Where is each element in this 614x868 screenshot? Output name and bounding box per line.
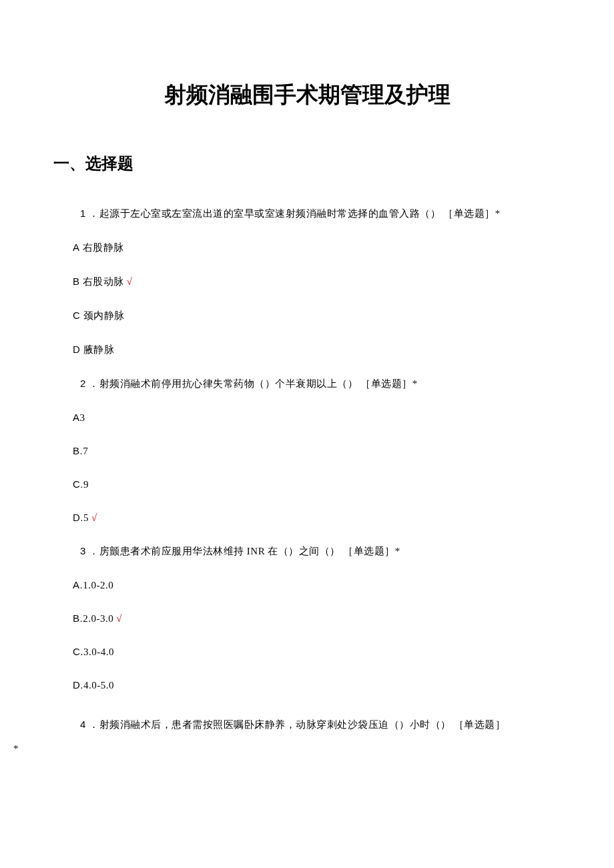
option: D.4.0-5.0 [73,679,561,691]
question-stem: 3 ．房颤患者术前应服用华法林维持 INR 在（）之间（） ［单选题］* [80,545,561,558]
option: A3 [73,412,561,424]
question-text: ．起源于左心室或左室流出道的室早或室速射频消融时常选择的血管入路（） ［单选题］… [89,208,501,219]
option-letter: C [73,310,80,321]
question-stem: 1 ．起源于左心室或左室流出道的室早或室速射频消融时常选择的血管入路（） ［单选… [80,207,561,220]
option: C.9 [73,478,561,490]
option-text: 3 [80,412,85,423]
option: B.2.0-3.0√ [73,612,561,624]
question-stem: 4 ．射频消融术后，患者需按照医嘱卧床静养，动脉穿刺处沙袋压迫（）小时（） ［单… [53,713,561,761]
option-letter: B. [73,445,83,456]
option-text: 5 [83,512,89,523]
option: A.1.0-2.0 [73,579,561,591]
option: C 颈内静脉 [73,310,561,322]
option-text: 右股动脉 [80,276,124,287]
option-text: 2.0-3.0 [83,613,113,624]
option-letter: D. [73,512,83,523]
option: C.3.0-4.0 [73,646,561,658]
question-text-cont: * [13,737,561,761]
option: B.7 [73,445,561,457]
question-text: ．射频消融术后，患者需按照医嘱卧床静养，动脉穿刺处沙袋压迫（）小时（） ［单选题… [89,719,505,730]
option-letter: A [73,412,80,423]
option-letter: C. [73,478,83,490]
option: D.5√ [73,512,561,524]
question-number: 4 [80,719,86,730]
option-text: 3.0-4.0 [83,646,114,657]
option-letter: A [73,242,80,253]
option-letter: C. [73,646,83,657]
option-letter: D [73,344,80,355]
question-number: 3 [80,545,86,556]
question-text: ．房颤患者术前应服用华法林维持 INR 在（）之间（） ［单选题］* [89,546,400,556]
option: D 腋静脉 [73,344,561,356]
question-stem: 2 ．射频消融术前停用抗心律失常药物（）个半衰期以上（） ［单选题］* [80,378,561,390]
option: A 右股静脉 [73,242,561,254]
option-text: 颈内静脉 [80,310,124,321]
question-number: 2 [80,378,86,389]
option-letter: A. [73,579,83,590]
option-text: 9 [83,479,89,490]
option-text: 4.0-5.0 [83,680,114,691]
question-text: ．射频消融术前停用抗心律失常药物（）个半衰期以上（） ［单选题］* [89,378,418,389]
option-text: 腋静脉 [80,344,114,355]
correct-mark-icon: √ [127,276,133,287]
option-text: 1.0-2.0 [83,580,113,590]
option: B 右股动脉√ [73,276,561,288]
correct-mark-icon: √ [91,512,97,523]
option-letter: D. [73,679,83,691]
question-number: 1 [80,207,86,219]
section-heading: 一、选择题 [53,153,561,174]
correct-mark-icon: √ [116,613,122,624]
page-title: 射频消融围手术期管理及护理 [53,80,561,110]
option-letter: B [73,276,80,287]
option-text: 7 [83,446,88,456]
option-letter: B. [73,612,83,624]
option-text: 右股静脉 [80,242,124,253]
